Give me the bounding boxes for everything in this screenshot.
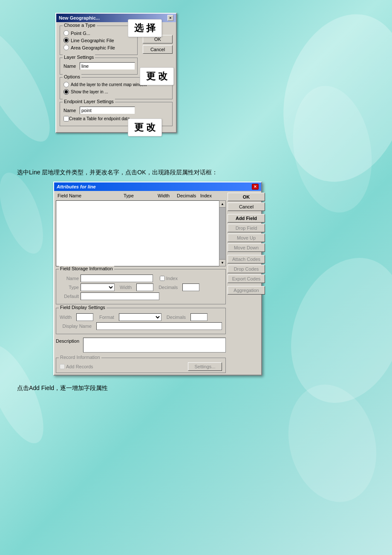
radio-area-label: Area Geographic File xyxy=(71,45,115,50)
format-label: Format xyxy=(99,315,114,320)
aggregation-button[interactable]: Aggregation xyxy=(228,286,265,295)
export-codes-button[interactable]: Export Codes xyxy=(228,275,265,283)
display-width-input[interactable] xyxy=(76,313,93,321)
new-geo-close-button[interactable]: × xyxy=(167,15,173,21)
display-group-title: Field Display Settings xyxy=(59,305,107,310)
option1-label: Add the layer to the current map window xyxy=(71,82,147,87)
col-width-header: Width xyxy=(158,193,177,198)
radio-line[interactable] xyxy=(63,38,69,43)
layer-name-input[interactable] xyxy=(80,62,135,70)
field-list-content[interactable] xyxy=(56,200,219,266)
storage-default-input[interactable] xyxy=(81,292,159,300)
record-info-group: Record Information Add Records Settings.… xyxy=(56,358,226,373)
col-field-name: Field Name xyxy=(58,193,124,198)
display-decimals-input[interactable] xyxy=(190,313,208,321)
index-checkbox[interactable] xyxy=(160,276,165,281)
callout-xuanze: 选 择 xyxy=(128,19,162,37)
col-type-header: Type xyxy=(124,193,158,198)
description-input[interactable] xyxy=(83,338,226,353)
add-field-button[interactable]: Add Field xyxy=(228,214,265,223)
storage-default-label: Default xyxy=(60,294,79,299)
new-geo-cancel-button[interactable]: Cancel xyxy=(143,45,173,54)
col-decimals-header: Decimals xyxy=(177,193,200,198)
attrs-buttons-panel: OK Cancel Add Field Drop Field Move Up M… xyxy=(228,193,265,373)
display-settings-group: Field Display Settings Width Format Deci… xyxy=(56,308,226,334)
col-index-header: Index xyxy=(200,193,217,198)
settings-button[interactable]: Settings... xyxy=(188,362,222,371)
create-table-checkbox[interactable] xyxy=(63,116,69,121)
format-select[interactable] xyxy=(119,313,161,321)
attrs-title: Attributes for line xyxy=(57,184,96,189)
layer-settings-label: Layer Settings xyxy=(63,55,95,60)
storage-decimals-input[interactable] xyxy=(182,283,199,291)
ok-button[interactable]: OK xyxy=(228,193,265,201)
new-geo-title: New Geographic... xyxy=(59,15,100,20)
option2-label: Show the layer in ... xyxy=(71,90,108,94)
endpoint-name-label: Name xyxy=(63,108,80,113)
description-row: Description xyxy=(56,338,226,353)
index-label: Index xyxy=(166,276,178,281)
record-group-title: Record Information xyxy=(59,355,101,360)
endpoint-name-input[interactable] xyxy=(80,107,135,114)
storage-decimals-label: Decimals xyxy=(159,285,178,290)
add-records-label: Add Records xyxy=(66,364,93,369)
attrs-dialog: Attributes for line ✕ Field Name Type Wi… xyxy=(53,182,262,376)
storage-group-title: Field Storage Information xyxy=(59,266,114,271)
storage-width-label: Width xyxy=(120,285,132,290)
cancel-button[interactable]: Cancel xyxy=(228,202,265,211)
storage-info-group: Field Storage Information Name Index Typ xyxy=(56,269,226,304)
attach-codes-button[interactable]: Attach Codes xyxy=(228,255,265,263)
radio-option2[interactable] xyxy=(63,89,69,95)
name-label-1: Name xyxy=(63,64,80,69)
attrs-close-button[interactable]: ✕ xyxy=(252,184,259,190)
move-up-button[interactable]: Move Up xyxy=(228,234,265,242)
scroll-up-btn[interactable]: ▲ xyxy=(219,201,225,208)
attrs-title-bar: Attributes for line ✕ xyxy=(54,182,261,191)
radio-area[interactable] xyxy=(63,45,69,50)
storage-width-input[interactable] xyxy=(136,283,153,291)
create-table-label: Create a Table for endpoint data xyxy=(69,116,130,121)
drop-field-button[interactable]: Drop Field xyxy=(228,224,265,232)
scroll-down-btn[interactable]: ▼ xyxy=(219,259,225,266)
storage-name-input[interactable] xyxy=(81,275,153,282)
field-list-scrollbar[interactable]: ▲ ▼ xyxy=(219,200,226,266)
add-records-checkbox[interactable] xyxy=(60,364,65,369)
field-list-area: ▲ ▼ xyxy=(56,200,226,266)
display-decimals-label: Decimals xyxy=(167,315,186,320)
storage-type-label: Type xyxy=(60,285,79,290)
callout-gengai-2: 更 改 xyxy=(128,119,162,136)
endpoint-settings-label: Endpoint Layer Settings xyxy=(63,99,115,104)
storage-name-label: Name xyxy=(60,276,79,281)
add-records-row: Add Records xyxy=(60,364,93,369)
storage-type-select[interactable] xyxy=(81,283,115,291)
radio-point-label: Point G... xyxy=(71,31,90,36)
display-name-input[interactable] xyxy=(96,322,222,330)
description-label: Description xyxy=(56,338,81,344)
index-checkbox-row: Index xyxy=(160,276,178,281)
move-down-button[interactable]: Move Down xyxy=(228,243,265,252)
column-headers: Field Name Type Width Decimals Index xyxy=(56,193,226,199)
display-width-label: Width xyxy=(60,315,75,320)
options-label: Options xyxy=(63,74,81,79)
radio-option1[interactable] xyxy=(63,82,69,87)
drop-codes-button[interactable]: Drop Codes xyxy=(228,265,265,273)
radio-point[interactable] xyxy=(63,30,69,36)
display-name-label: Display Name xyxy=(60,324,92,329)
callout-gengai-1: 更 改 xyxy=(140,67,174,85)
radio-line-label: Line Geographic File xyxy=(71,38,114,43)
scroll-track xyxy=(219,208,225,259)
instruction-2-text: 点击Add Field，逐一增加字段属性 xyxy=(17,384,375,392)
choose-type-label: Choose a Type xyxy=(63,23,97,28)
instruction-1-text: 选中Line 层地理文件类型，并更改名字，点击OK，出现路段层属性对话框： xyxy=(17,168,375,176)
